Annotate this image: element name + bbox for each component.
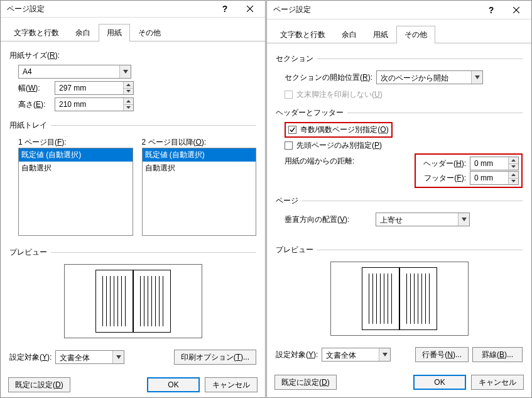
height-value: 210 mm bbox=[55, 98, 123, 111]
close-button[interactable] bbox=[504, 2, 529, 18]
svg-marker-14 bbox=[511, 180, 516, 182]
section-start-combo[interactable]: 次のページから開始 bbox=[376, 70, 483, 84]
set-default-button[interactable]: 既定に設定(D) bbox=[274, 375, 337, 390]
tab-margins[interactable]: 余白 bbox=[67, 24, 99, 41]
dialog-title: ページ設定 bbox=[7, 4, 212, 14]
svg-marker-3 bbox=[126, 84, 131, 86]
checkbox-box bbox=[285, 141, 293, 150]
cancel-button[interactable]: キャンセル bbox=[205, 377, 258, 392]
apply-to-combo[interactable]: 文書全体 bbox=[322, 348, 391, 362]
paper-tray-label: 用紙トレイ bbox=[9, 120, 47, 131]
odd-even-checkbox[interactable]: 奇数/偶数ページ別指定(O) bbox=[288, 124, 389, 135]
chevron-down-icon bbox=[471, 71, 482, 84]
close-button[interactable] bbox=[237, 1, 263, 17]
valign-label: 垂直方向の配置(V): bbox=[285, 214, 349, 225]
suppress-endnote-label: 文末脚注を印刷しない(U) bbox=[296, 89, 383, 100]
preview-label: プレビュー bbox=[9, 247, 47, 258]
dialog-title: ページ設定 bbox=[273, 4, 479, 15]
list-item[interactable]: 自動選択 bbox=[143, 162, 256, 175]
page1-tray-listbox[interactable]: 既定値 (自動選択) 自動選択 bbox=[18, 148, 133, 236]
valign-value: 上寄せ bbox=[376, 213, 458, 226]
valign-combo[interactable]: 上寄せ bbox=[376, 213, 470, 226]
preview-label: プレビュー bbox=[276, 245, 313, 255]
edge-distance-label: 用紙の端からの距離: bbox=[285, 153, 354, 167]
paper-size-label: 用紙サイズ(R): bbox=[9, 50, 256, 61]
spinner-buttons[interactable] bbox=[123, 82, 133, 94]
help-button[interactable]: ? bbox=[212, 1, 237, 17]
divider bbox=[347, 113, 523, 113]
borders-button[interactable]: 罫線(B)... bbox=[472, 347, 523, 362]
width-value: 297 mm bbox=[55, 82, 123, 94]
paper-size-value: A4 bbox=[19, 65, 119, 78]
preview-box bbox=[64, 264, 202, 338]
svg-marker-15 bbox=[462, 218, 467, 221]
footer-value: 0 mm bbox=[470, 172, 508, 184]
page2-label: 2 ページ目以降(O): bbox=[142, 137, 257, 148]
titlebar: ページ設定 ? bbox=[1, 1, 265, 18]
divider bbox=[317, 250, 523, 250]
svg-marker-12 bbox=[511, 165, 516, 168]
ok-button[interactable]: OK bbox=[413, 375, 466, 390]
width-label: 幅(W): bbox=[18, 83, 51, 94]
chevron-down-icon bbox=[112, 351, 124, 363]
tab-other[interactable]: その他 bbox=[130, 24, 169, 41]
spinner-buttons[interactable] bbox=[508, 172, 518, 184]
divider bbox=[51, 125, 256, 126]
preview-page bbox=[133, 270, 171, 333]
paper-size-combo[interactable]: A4 bbox=[18, 65, 131, 79]
spinner-buttons[interactable] bbox=[123, 98, 133, 111]
print-options-button[interactable]: 印刷オプション(T)... bbox=[174, 350, 256, 365]
tab-other[interactable]: その他 bbox=[396, 26, 435, 43]
section-start-value: 次のページから開始 bbox=[377, 71, 471, 84]
first-page-checkbox[interactable]: 先頭ページのみ別指定(P) bbox=[285, 140, 382, 151]
chevron-down-icon bbox=[458, 213, 469, 226]
apply-to-label: 設定対象(Y): bbox=[276, 350, 318, 360]
first-page-label: 先頭ページのみ別指定(P) bbox=[296, 140, 382, 151]
check-icon bbox=[290, 127, 295, 133]
tab-paper[interactable]: 用紙 bbox=[99, 24, 130, 41]
svg-marker-11 bbox=[511, 159, 516, 162]
width-spinner[interactable]: 297 mm bbox=[55, 81, 134, 95]
ok-button[interactable]: OK bbox=[147, 377, 200, 392]
cancel-button[interactable]: キャンセル bbox=[471, 375, 524, 390]
apply-to-combo[interactable]: 文書全体 bbox=[55, 350, 124, 364]
line-numbers-button[interactable]: 行番号(N)... bbox=[415, 347, 469, 362]
header-footer-highlight: ヘッダー(H): 0 mm フッター(F): 0 mm bbox=[415, 153, 523, 188]
close-icon bbox=[247, 6, 253, 12]
height-spinner[interactable]: 210 mm bbox=[55, 97, 134, 111]
list-item[interactable]: 既定値 (自動選択) bbox=[19, 148, 133, 162]
tab-chars-lines[interactable]: 文字数と行数 bbox=[6, 24, 67, 41]
list-item[interactable]: 既定値 (自動選択) bbox=[143, 148, 256, 162]
spinner-buttons[interactable] bbox=[508, 157, 518, 170]
footer-spinner[interactable]: 0 mm bbox=[470, 171, 519, 185]
page-setup-dialog-other: ページ設定 ? 文字数と行数 余白 用紙 その他 セクション セクションの開始位… bbox=[266, 0, 532, 398]
footer-label: フッター(F): bbox=[418, 173, 466, 184]
list-item[interactable]: 自動選択 bbox=[19, 162, 133, 175]
close-icon bbox=[513, 7, 519, 13]
page2-tray-listbox[interactable]: 既定値 (自動選択) 自動選択 bbox=[142, 148, 257, 236]
checkbox-box bbox=[285, 91, 293, 99]
checkbox-box bbox=[288, 126, 296, 134]
chevron-down-icon bbox=[119, 65, 131, 78]
tabstrip: 文字数と行数 余白 用紙 その他 bbox=[1, 18, 265, 41]
section-start-label: セクションの開始位置(R): bbox=[285, 72, 372, 83]
height-label: 高さ(E): bbox=[18, 99, 51, 110]
tab-chars-lines[interactable]: 文字数と行数 bbox=[272, 26, 334, 43]
svg-marker-7 bbox=[116, 355, 121, 359]
suppress-endnote-checkbox: 文末脚注を印刷しない(U) bbox=[285, 89, 383, 100]
tab-margins[interactable]: 余白 bbox=[334, 26, 365, 43]
divider bbox=[51, 252, 256, 253]
svg-marker-16 bbox=[383, 353, 388, 357]
bottom-bar: 既定に設定(D) OK キャンセル bbox=[1, 372, 265, 398]
header-spinner[interactable]: 0 mm bbox=[470, 157, 519, 170]
svg-marker-13 bbox=[511, 174, 516, 176]
divider bbox=[317, 58, 523, 59]
chevron-down-icon bbox=[379, 348, 390, 361]
tab-paper[interactable]: 用紙 bbox=[365, 26, 396, 43]
svg-marker-5 bbox=[126, 100, 131, 102]
set-default-button[interactable]: 既定に設定(D) bbox=[8, 377, 70, 392]
bottom-bar: 既定に設定(D) OK キャンセル bbox=[267, 370, 531, 397]
titlebar: ページ設定 ? bbox=[267, 1, 531, 19]
help-button[interactable]: ? bbox=[479, 2, 504, 18]
divider bbox=[302, 201, 523, 201]
